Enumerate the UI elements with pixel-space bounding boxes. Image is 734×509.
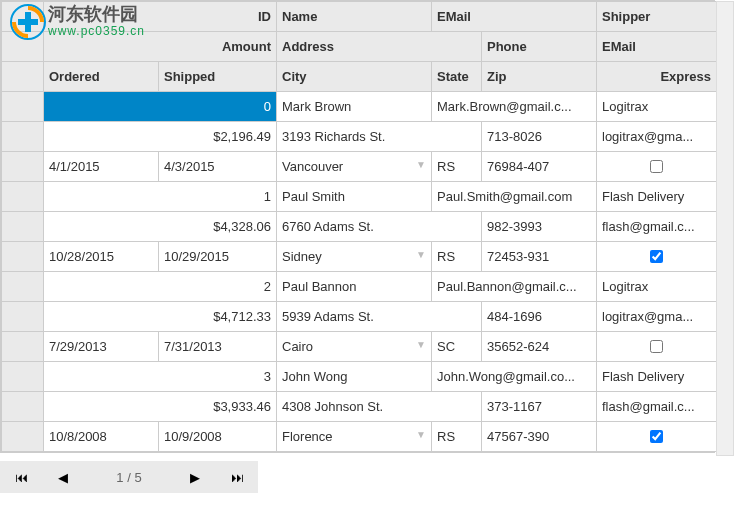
cell-city[interactable]: Cairo▼: [277, 332, 432, 362]
cell-zip[interactable]: 47567-390: [482, 422, 597, 452]
cell-shipped[interactable]: 4/3/2015: [159, 152, 277, 182]
cell-ordered[interactable]: 10/28/2015: [44, 242, 159, 272]
cell-phone[interactable]: 982-3993: [482, 212, 597, 242]
cell-shipper-email[interactable]: flash@gmail.c...: [597, 212, 717, 242]
header-address[interactable]: Address: [277, 32, 482, 62]
cell-zip[interactable]: 72453-931: [482, 242, 597, 272]
cell-state[interactable]: SC: [432, 332, 482, 362]
cell-shipper[interactable]: Logitrax: [597, 92, 717, 122]
row-header[interactable]: [2, 332, 44, 362]
cell-express[interactable]: [597, 332, 717, 362]
row-header[interactable]: [2, 92, 44, 122]
cell-ordered[interactable]: 4/1/2015: [44, 152, 159, 182]
cell-amount[interactable]: $4,328.06: [44, 212, 277, 242]
cell-express[interactable]: [597, 422, 717, 452]
row-header[interactable]: [2, 362, 44, 392]
next-icon: ▶: [190, 470, 200, 485]
cell-phone[interactable]: 713-8026: [482, 122, 597, 152]
row-header[interactable]: [2, 152, 44, 182]
cell-id[interactable]: 1: [44, 182, 277, 212]
header-phone[interactable]: Phone: [482, 32, 597, 62]
header-shipper-email[interactable]: EMail: [597, 32, 717, 62]
cell-amount[interactable]: $4,712.33: [44, 302, 277, 332]
cell-city[interactable]: Sidney▼: [277, 242, 432, 272]
cell-email[interactable]: Mark.Brown@gmail.c...: [432, 92, 597, 122]
header-email[interactable]: EMail: [432, 2, 597, 32]
grid-wrapper: 河东软件园 www.pc0359.cn ID Name EMail Shippe…: [0, 0, 734, 493]
last-icon: ⏭: [231, 470, 244, 485]
header-shipper[interactable]: Shipper: [597, 2, 717, 32]
cell-ordered[interactable]: 7/29/2013: [44, 332, 159, 362]
cell-shipped[interactable]: 10/9/2008: [159, 422, 277, 452]
watermark-url: www.pc0359.cn: [48, 24, 145, 38]
header-zip[interactable]: Zip: [482, 62, 597, 92]
cell-shipped[interactable]: 10/29/2015: [159, 242, 277, 272]
cell-amount[interactable]: $2,196.49: [44, 122, 277, 152]
cell-express[interactable]: [597, 152, 717, 182]
grid-body: 0Mark BrownMark.Brown@gmail.c...Logitrax…: [2, 92, 717, 452]
pager-next-button[interactable]: ▶: [174, 461, 216, 493]
cell-name[interactable]: John Wong: [277, 362, 432, 392]
row-header[interactable]: [2, 212, 44, 242]
express-checkbox[interactable]: [650, 250, 663, 263]
vertical-scrollbar[interactable]: [716, 1, 734, 456]
pager-prev-button[interactable]: ◀: [42, 461, 84, 493]
cell-state[interactable]: RS: [432, 422, 482, 452]
cell-email[interactable]: John.Wong@gmail.co...: [432, 362, 597, 392]
cell-name[interactable]: Mark Brown: [277, 92, 432, 122]
cell-phone[interactable]: 484-1696: [482, 302, 597, 332]
cell-id[interactable]: 3: [44, 362, 277, 392]
row-header[interactable]: [2, 302, 44, 332]
row-header[interactable]: [2, 242, 44, 272]
chevron-down-icon: ▼: [416, 249, 426, 260]
cell-address[interactable]: 3193 Richards St.: [277, 122, 482, 152]
cell-ordered[interactable]: 10/8/2008: [44, 422, 159, 452]
cell-shipper[interactable]: Flash Delivery: [597, 362, 717, 392]
express-checkbox[interactable]: [650, 160, 663, 173]
cell-city[interactable]: Florence▼: [277, 422, 432, 452]
express-checkbox[interactable]: [650, 430, 663, 443]
header-state[interactable]: State: [432, 62, 482, 92]
cell-shipped[interactable]: 7/31/2013: [159, 332, 277, 362]
cell-phone[interactable]: 373-1167: [482, 392, 597, 422]
cell-address[interactable]: 4308 Johnson St.: [277, 392, 482, 422]
pager-first-button[interactable]: ⏮: [0, 461, 42, 493]
cell-address[interactable]: 6760 Adams St.: [277, 212, 482, 242]
header-shipped[interactable]: Shipped: [159, 62, 277, 92]
cell-city[interactable]: Vancouver▼: [277, 152, 432, 182]
cell-email[interactable]: Paul.Bannon@gmail.c...: [432, 272, 597, 302]
cell-amount[interactable]: $3,933.46: [44, 392, 277, 422]
pager-last-button[interactable]: ⏭: [216, 461, 258, 493]
express-checkbox[interactable]: [650, 340, 663, 353]
cell-shipper-email[interactable]: flash@gmail.c...: [597, 392, 717, 422]
cell-state[interactable]: RS: [432, 152, 482, 182]
cell-shipper[interactable]: Logitrax: [597, 272, 717, 302]
data-grid[interactable]: ID Name EMail Shipper Amount Address Pho…: [0, 0, 715, 453]
header-express[interactable]: Express: [597, 62, 717, 92]
pager-page-label: 1 / 5: [84, 461, 174, 493]
cell-id[interactable]: 2: [44, 272, 277, 302]
cell-shipper-email[interactable]: logitrax@gma...: [597, 302, 717, 332]
row-header[interactable]: [2, 122, 44, 152]
header-city[interactable]: City: [277, 62, 432, 92]
cell-express[interactable]: [597, 242, 717, 272]
cell-zip[interactable]: 35652-624: [482, 332, 597, 362]
row-header[interactable]: [2, 422, 44, 452]
header-ordered[interactable]: Ordered: [44, 62, 159, 92]
cell-name[interactable]: Paul Bannon: [277, 272, 432, 302]
chevron-down-icon: ▼: [416, 159, 426, 170]
cell-address[interactable]: 5939 Adams St.: [277, 302, 482, 332]
header-name[interactable]: Name: [277, 2, 432, 32]
cell-shipper-email[interactable]: logitrax@gma...: [597, 122, 717, 152]
watermark-logo: [10, 4, 46, 40]
cell-id[interactable]: 0: [44, 92, 277, 122]
cell-zip[interactable]: 76984-407: [482, 152, 597, 182]
cell-state[interactable]: RS: [432, 242, 482, 272]
watermark-title: 河东软件园: [48, 2, 138, 26]
row-header[interactable]: [2, 272, 44, 302]
cell-name[interactable]: Paul Smith: [277, 182, 432, 212]
row-header[interactable]: [2, 182, 44, 212]
row-header[interactable]: [2, 392, 44, 422]
cell-email[interactable]: Paul.Smith@gmail.com: [432, 182, 597, 212]
cell-shipper[interactable]: Flash Delivery: [597, 182, 717, 212]
